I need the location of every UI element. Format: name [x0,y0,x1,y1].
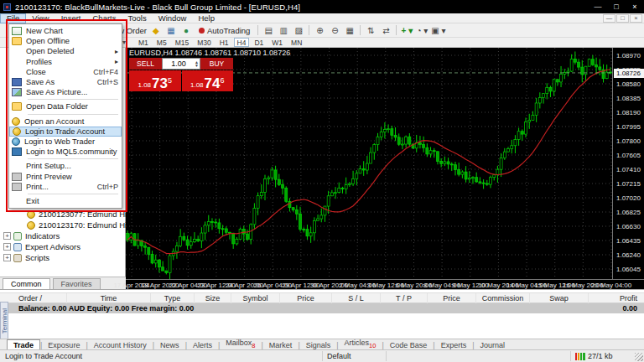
shortcut-label: Ctrl+F4 [93,68,118,76]
mt4-application-window: 2100123170: BlackBullMarkets-Live - Blac… [0,0,644,362]
price-tick-label: 1.08385 [616,95,641,102]
timeframe-w1[interactable]: W1 [268,38,286,47]
file-menu-item-save-as-picture-[interactable]: Save As Picture... [9,87,122,97]
file-menu-item-login-to-trade-account[interactable]: Login to Trade Account [9,127,122,137]
timeframe-mn[interactable]: MN [288,38,305,47]
navigator-item-expert-advisors[interactable]: +Expert Advisors [0,241,126,252]
menu-file[interactable]: File [0,13,26,23]
bar-chart-icon[interactable]: ▤ [262,24,275,36]
zoom-in-icon[interactable]: ⊕ [313,24,326,36]
navigator-tabs: CommonFavorites [0,277,126,289]
menu-insert[interactable]: Insert [55,13,87,23]
price-tick-label: 1.06630 [616,223,641,230]
navigator-item-2100123077-edmund-hillary[interactable]: 2100123077: Edmund Hillary [0,209,126,220]
timeframe-m30[interactable]: M30 [194,38,215,47]
file-menu-item-close[interactable]: CloseCtrl+F4 [9,67,122,77]
navigator-item-scripts[interactable]: +Scripts [0,252,126,263]
price-tick-label: 1.06045 [616,266,641,273]
timeframe-m15[interactable]: M15 [172,38,193,47]
tree-expander-icon[interactable]: + [3,243,11,251]
metaeditor-icon[interactable]: ◆ [149,24,163,36]
timeframe-h4[interactable]: H4 [234,38,250,47]
navigator-tab-common[interactable]: Common [3,278,50,289]
file-menu-item-open-data-folder[interactable]: Open Data Folder [9,101,122,111]
file-menu-item-open-offline[interactable]: Open Offline [9,36,122,46]
timeframe-m1[interactable]: M1 [135,38,152,47]
file-menu-item-print-preview[interactable]: Print Preview [9,171,122,181]
tree-expander-icon[interactable]: + [3,254,11,261]
terminal-side-tab[interactable]: Terminal [0,302,8,340]
buy-price[interactable]: 1.08 74 6 [182,70,234,91]
timeframe-h1[interactable]: H1 [216,38,232,47]
menu-tools[interactable]: Tools [122,13,152,23]
title-bar: 2100123170: BlackBullMarkets-Live - Blac… [0,0,644,13]
chart-maximize-button[interactable]: □ [616,14,629,23]
navigator-item-indicators[interactable]: +Indicators [0,230,126,241]
file-menu-item-label: Exit [26,197,118,205]
file-menu-item-new-chart[interactable]: New Chart [9,26,122,36]
file-menu-item-open-deleted[interactable]: Open Deleted▸ [9,46,122,56]
menu-separator [28,99,118,100]
menu-help[interactable]: Help [192,13,221,23]
menu-charts[interactable]: Charts [87,13,122,23]
navigator-item-label: Indicators [25,231,60,240]
globe-icon [12,137,20,146]
shift-chart-icon[interactable]: ⇄ [379,24,392,36]
file-menu-item-open-an-account[interactable]: Open an Account [9,116,122,127]
file-menu-item-exit[interactable]: Exit [9,196,122,206]
chart-minimize-button[interactable]: — [603,14,615,23]
periods-icon[interactable]: ◔ ▾ [415,24,428,36]
tree-expander-icon[interactable]: + [3,232,11,240]
resize-grip[interactable] [635,353,643,361]
file-menu-item-label: Close [26,68,93,76]
file-menu-item-save-as[interactable]: Save AsCtrl+S [9,77,122,87]
tab-badge: 10 [369,342,376,349]
file-menu-item-label: Open Deleted [26,47,115,55]
chart-area[interactable]: EURUSD,H4 1.08746 1.08761 1.08710 1.0872… [126,48,644,289]
script-icon [13,254,22,262]
buy-button[interactable]: BUY [200,58,233,70]
balance-row[interactable]: Balance: 0.00 AUD Equity: 0.00 Free marg… [0,303,644,313]
sell-price[interactable]: 1.08 73 5 [129,70,181,91]
file-menu-item-profiles[interactable]: Profiles▸ [9,57,122,67]
sell-button[interactable]: SELL [129,58,162,70]
zoom-out-icon[interactable]: ⊖ [328,24,341,36]
toolbar-separator [360,25,361,35]
timeframe-m5[interactable]: M5 [153,38,170,47]
toolbar-separator [309,25,309,35]
time-axis[interactable]: 17 Apr 202418 Apr 20:0022 Apr 04:0023 Ap… [126,279,644,289]
shortcut-label: Ctrl+S [97,78,118,86]
fx-icon [13,232,22,240]
timeframe-d1[interactable]: D1 [251,38,267,47]
strategy-tester-icon[interactable]: ▦ [164,24,178,36]
navigator-item-2100123170-edmund-hillary[interactable]: 2100123170: Edmund Hillary [0,220,126,230]
volume-spinner[interactable]: ▲▼ [195,60,200,67]
menu-view[interactable]: View [26,13,55,23]
file-menu-item-print-[interactable]: Print...Ctrl+P [9,182,122,192]
price-axis[interactable]: 1.089701.087751.085801.083851.081901.079… [612,48,644,279]
file-menu-item-login-to-web-trader[interactable]: Login to Web Trader [9,137,122,147]
close-button[interactable]: × [626,0,644,13]
arrange-icon[interactable]: ⇅ [364,24,377,36]
templates-icon[interactable]: ▣ ▾ [430,24,446,36]
maximize-button[interactable]: □ [607,0,626,13]
terminal-tab-articles[interactable]: Articles10 [339,338,382,350]
chart-close-button[interactable]: × [630,14,642,23]
file-menu-item-label: Save As Picture... [26,88,118,96]
add-indicator-icon[interactable]: + ▾ [400,24,413,36]
candlestick-icon[interactable]: ▥ [277,24,290,36]
line-chart-icon[interactable]: ▨ [292,24,305,36]
file-menu-item-label: Login to Web Trader [24,137,118,146]
file-menu-item-print-setup-[interactable]: Print Setup... [9,161,122,171]
minimize-button[interactable]: — [589,0,607,13]
terminal-tab-mailbox[interactable]: Mailbox8 [220,338,261,350]
autotrading-button[interactable]: AutoTrading [195,24,254,36]
navigator-tab-favorites[interactable]: Favorites [53,278,101,289]
tile-windows-icon[interactable]: ▦ [343,24,356,36]
price-tick-label: 1.06240 [616,251,641,259]
volume-input[interactable]: 1.00 ▲▼ [162,58,200,70]
file-menu-item-login-to-mql5-community[interactable]: Login to MQL5.community [9,147,122,157]
symbol-dropdown-arrow[interactable]: ▾ [122,39,134,46]
menu-window[interactable]: Window [153,13,193,23]
options-icon[interactable]: ● [179,24,193,36]
